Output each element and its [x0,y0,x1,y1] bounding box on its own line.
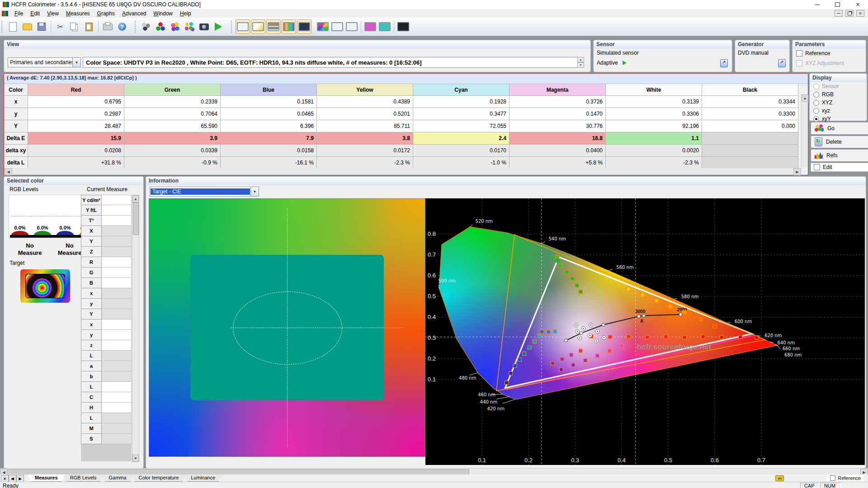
new-file-button[interactable] [5,19,20,34]
menu-item-edit[interactable]: Edit [27,9,43,18]
radio-icon[interactable] [813,116,819,122]
paste-button[interactable] [82,19,96,34]
current-measure-value[interactable] [102,423,132,434]
measures-cell[interactable]: 72.055 [413,120,509,132]
display-option-rgb[interactable]: RGB [810,90,867,99]
measures-cell[interactable]: -1.0 % [413,157,509,169]
chevron-down-icon[interactable]: ▼ [250,187,259,196]
measures-cell[interactable]: 0.3344 [702,96,798,108]
measures-cell[interactable]: 0.7064 [124,108,221,120]
measures-col-red[interactable]: Red [28,84,124,96]
current-measure-value[interactable] [102,371,132,382]
current-measure-value[interactable] [102,340,132,351]
view-teal-button[interactable] [377,19,392,34]
view-color-chart-button[interactable] [316,19,330,34]
measures-cell[interactable]: 0.0400 [509,145,606,157]
current-measure-value[interactable] [102,216,132,226]
chevron-down-icon[interactable]: ▼ [72,58,80,67]
measures-cell[interactable]: 65.590 [124,120,221,132]
current-measure-value[interactable] [102,319,132,330]
view-panel-1-button[interactable] [330,19,344,34]
tab-measures[interactable]: Measures [27,474,66,482]
current-measure-value[interactable] [102,195,132,205]
display-option-xyz[interactable]: xyz [810,107,867,115]
measures-col-magenta[interactable]: Magenta [509,84,606,96]
mdi-minimize-button[interactable] [835,10,843,17]
measures-cell[interactable]: 0.2987 [28,108,124,120]
tab-gamma[interactable]: Gamma [101,474,134,482]
measures-cell[interactable]: 0.3477 [413,108,509,120]
tab-next-button[interactable]: ▶ [16,475,24,482]
main-hscrollbar[interactable]: ◀ ▶ [0,468,868,475]
view-rgb-levels-button[interactable] [266,19,281,34]
mdi-document-icon[interactable] [2,11,8,16]
view-magenta-button[interactable] [363,19,377,34]
info-spinner[interactable]: ▲ ▼ [577,57,584,68]
tab-prev-button[interactable]: ◀ [9,475,16,482]
measures-cell[interactable] [702,157,798,169]
menu-item-window[interactable]: Window [150,9,176,18]
help-button[interactable]: ? [115,19,129,34]
colorspace-info-field[interactable]: Color Space: UHDTV P3 in Rec2020 , White… [83,57,582,68]
scroll-right-icon[interactable]: ▶ [793,168,801,175]
view-mode-select[interactable]: Primaries and secondaries ▼ [8,57,81,67]
current-measure-scrollbar[interactable]: ▲ ▼ [132,195,139,462]
measures-cell[interactable]: 3.8 [317,132,413,145]
measures-col-yellow[interactable]: Yellow [317,84,413,96]
maximize-button[interactable] [827,0,848,9]
scroll-down-icon[interactable]: ▼ [132,455,139,462]
measures-cell[interactable]: 16.8 [509,132,606,145]
measures-col-blue[interactable]: Blue [221,84,317,96]
capture-button[interactable] [197,19,211,34]
menu-item-measures[interactable]: Measures [62,9,94,18]
menu-item-help[interactable]: Help [176,9,195,18]
reference-checkbox[interactable] [796,50,802,56]
measures-cell[interactable] [702,132,798,145]
reference-checkbox-row[interactable]: Reference [796,50,830,56]
measures-cell[interactable]: 15.9 [28,132,124,145]
measures-cell[interactable]: 0.0172 [317,145,413,157]
edit-checkbox-row[interactable]: Edit [811,163,868,172]
measures-cell[interactable]: 0.2339 [124,96,221,108]
measures-cell[interactable]: 0.1581 [221,96,317,108]
measures-cell[interactable]: 0.000 [702,120,798,132]
current-measure-value[interactable] [102,434,132,444]
measure-all-button[interactable] [182,19,197,34]
measures-cell[interactable]: -0.9 % [124,157,221,169]
measures-cell[interactable]: 0.1928 [413,96,509,108]
copy-button[interactable] [67,19,82,34]
current-measure-value[interactable] [102,278,132,288]
current-measure-value[interactable] [102,288,132,299]
view-cie-chart-button[interactable] [297,19,311,34]
measures-cell[interactable]: 0.0465 [221,108,317,120]
information-view-select[interactable]: Target - CIE ▼ [150,187,259,197]
menu-item-view[interactable]: View [43,9,62,18]
current-measure-value[interactable] [102,257,132,267]
current-measure-value[interactable] [102,267,132,278]
current-measure-value[interactable] [102,361,132,371]
mdi-restore-button[interactable] [845,10,854,17]
tab-close-button[interactable]: X [1,475,9,482]
minimize-button[interactable] [807,0,827,9]
measures-cell[interactable]: 0.1470 [509,108,606,120]
measures-cell[interactable]: 28.487 [28,120,124,132]
measures-col-white[interactable]: White [606,84,702,96]
measures-cell[interactable]: 7.9 [221,132,317,145]
current-measure-value[interactable] [102,330,132,340]
measures-hscrollbar[interactable]: ◀ ▶ [5,168,801,174]
view-panel-2-button[interactable] [344,19,359,34]
measure-secondaries-button[interactable] [168,19,182,34]
open-file-button[interactable] [20,19,34,34]
radio-icon[interactable] [813,100,819,106]
mdi-close-button[interactable]: ✕ [856,10,864,17]
current-measure-value[interactable] [102,226,132,236]
measures-cell[interactable]: 3.9 [124,132,221,145]
measures-cell[interactable]: 2.4 [413,132,509,145]
current-measure-value[interactable] [102,205,132,216]
go-button[interactable]: Go [811,122,868,135]
measures-cell[interactable]: 92.196 [606,120,702,132]
measures-cell[interactable]: 1.1 [606,132,702,145]
menu-item-file[interactable]: File [11,9,27,18]
sensor-config-icon[interactable]: ↗ [720,59,728,67]
measures-cell[interactable]: -16.1 % [221,157,317,169]
